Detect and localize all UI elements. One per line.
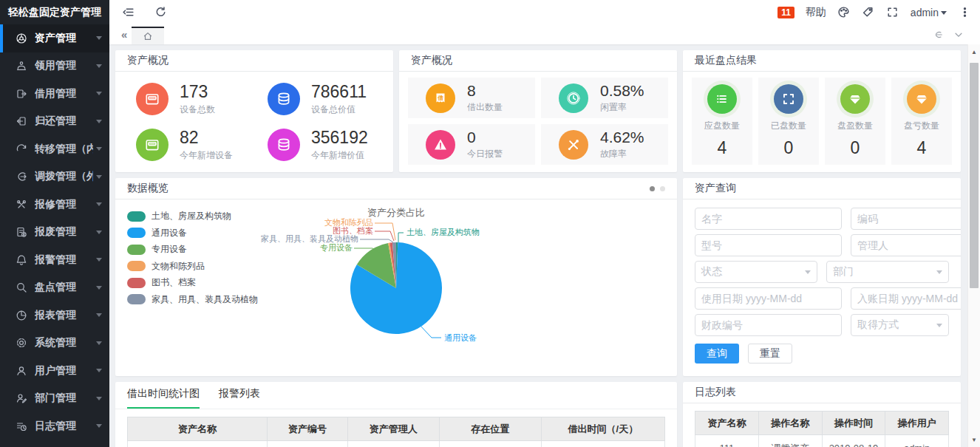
notification-badge: 11 (777, 7, 794, 18)
use-date-field[interactable] (695, 287, 842, 310)
refresh-icon[interactable] (154, 6, 167, 19)
scroll-down-arrow[interactable]: ▼ (968, 434, 980, 445)
table-row: 打印机22 18060397 周樱芳 诉讼服务大厅 2 (128, 441, 665, 447)
repair-tools-icon (559, 130, 588, 160)
chevron-down-icon (936, 270, 942, 274)
legend-swatch (127, 245, 146, 255)
tab-home[interactable] (132, 27, 164, 44)
chevron-down-icon (941, 11, 947, 15)
tab-loan-time-chart[interactable]: 借出时间统计图 (127, 387, 200, 409)
stat-failure-rate: 4.62%故障率 (541, 124, 668, 165)
sidebar-item-allocate[interactable]: 调拨管理（外... (0, 163, 109, 191)
asset-query-form: 状态 部门 取得方式 查询 重置 (683, 199, 961, 376)
card-loan-stats: 借出时间统计图 报警列表 资产名称 资产编号 资产管理人 存在位置 借出时间（/ (115, 382, 677, 447)
sidebar-item-assets[interactable]: 资产管理 (0, 24, 109, 52)
scroll-up-arrow[interactable]: ▲ (968, 47, 980, 57)
scrollbar-thumb[interactable] (970, 63, 979, 288)
chevron-down-icon (96, 424, 102, 428)
chevron-down-icon (96, 202, 102, 206)
chevron-down-icon (96, 313, 102, 317)
stat-new-devices: 82今年新增设备 (123, 122, 254, 168)
user-icon (16, 365, 27, 377)
sidebar-item-department[interactable]: 部门管理 (0, 385, 109, 413)
pie-chart-icon (16, 310, 27, 321)
sidebar-item-scrap[interactable]: 报废管理 (0, 219, 109, 247)
user-menu[interactable]: admin (911, 7, 947, 18)
sidebar-item-repair[interactable]: 报修管理 (0, 191, 109, 219)
sidebar-item-log[interactable]: 日志管理 (0, 412, 109, 440)
page-scrollbar[interactable]: ▲ ▼ (967, 44, 980, 447)
legend-swatch (127, 294, 146, 304)
fullscreen-icon[interactable] (886, 6, 899, 19)
chevron-down-icon (96, 341, 102, 345)
card-title: 资产概况 (411, 54, 452, 67)
sidebar-item-system[interactable]: 系统管理 (0, 330, 109, 358)
svg-text:借: 借 (437, 94, 443, 100)
legend-item[interactable]: 家具、用具、装具及动植物 (127, 293, 300, 306)
card-data-overview: 数据概览 土地、房屋及构筑物 通用设备 专用设备 文物和陈列品 图书、档案 家具… (115, 178, 677, 376)
gem-icon (840, 84, 870, 114)
tag-icon[interactable] (862, 6, 875, 19)
model-field[interactable] (695, 234, 842, 256)
legend-item[interactable]: 图书、档案 (127, 276, 300, 289)
tabs-dropdown-icon[interactable] (953, 30, 964, 40)
sidebar-item-alarm[interactable]: 报警管理 (0, 246, 109, 274)
hand-icon (16, 60, 27, 72)
legend-swatch (127, 228, 146, 238)
main-area: 11 帮助 admin « (109, 0, 980, 447)
svg-text:通用设备: 通用设备 (444, 333, 477, 342)
name-field[interactable] (695, 208, 842, 230)
finance-no-field[interactable] (695, 314, 842, 336)
card-asset-overview-1: 资产概况 173设备总数 786611设备总价值 82今年新增设备 (115, 50, 393, 172)
reset-button[interactable]: 重置 (748, 344, 792, 364)
sidebar-item-receive[interactable]: 领用管理 (0, 52, 109, 81)
sidebar-item-user[interactable]: 用户管理 (0, 357, 109, 385)
top-navbar: 11 帮助 admin (109, 0, 980, 24)
carousel-dot-active[interactable] (650, 186, 655, 191)
legend-swatch (127, 211, 146, 222)
database-icon (268, 83, 300, 115)
legend-item[interactable]: 文物和陈列品 (127, 260, 300, 273)
svg-text:专用设备: 专用设备 (320, 243, 353, 252)
document-x-icon (16, 226, 27, 238)
tabs-scroll-left-icon[interactable]: « (117, 28, 132, 41)
menu-fold-icon[interactable] (121, 6, 135, 19)
search-button[interactable]: 查询 (695, 344, 739, 364)
manager-field[interactable] (851, 234, 961, 256)
sidebar-item-borrow[interactable]: 借用管理 (0, 80, 109, 108)
acquire-way-select[interactable]: 取得方式 (851, 314, 949, 336)
app-root: 轻松盘固定资产管理 资产管理 领用管理 借用管理 归还管理 转移管理（内... … (0, 0, 980, 447)
export-icon (16, 88, 27, 100)
card-title: 资产查询 (695, 182, 736, 195)
sidebar-item-return[interactable]: 归还管理 (0, 108, 109, 136)
help-link[interactable]: 帮助 (806, 6, 826, 19)
sidebar-item-report[interactable]: 报表管理 (0, 301, 109, 330)
chevron-down-icon (96, 175, 102, 179)
legend-item[interactable]: 专用设备 (127, 243, 300, 256)
dashboard-content: 资产概况 173设备总数 786611设备总价值 82今年新增设备 (109, 44, 980, 447)
pie-chart: 资产分类占比 文物和陈列品 图书、档案 家具、用具、装具及动植物 专用设备 (300, 199, 647, 369)
tabs-options-icon[interactable] (933, 30, 943, 40)
magnifier-icon (16, 281, 27, 293)
theme-palette-icon[interactable] (837, 6, 851, 19)
sidebar-item-transfer[interactable]: 转移管理（内... (0, 135, 109, 163)
table-header-row: 资产名称 操作名称 操作时间 操作用户 (695, 412, 949, 435)
more-vertical-icon[interactable] (958, 6, 971, 19)
allocate-icon (16, 171, 27, 182)
chevron-down-icon (96, 147, 102, 151)
department-select[interactable]: 部门 (826, 261, 949, 283)
status-select[interactable]: 状态 (695, 261, 817, 283)
clock-icon (559, 83, 588, 113)
stat-counted: 已盘数量 0 (758, 78, 819, 165)
card-asset-query: 资产查询 状态 部门 (683, 178, 961, 376)
stat-new-value: 356192今年新增价值 (254, 122, 386, 168)
carousel-dot[interactable] (660, 186, 665, 191)
stat-total-value: 786611设备总价值 (254, 76, 386, 122)
card-asset-overview-2: 资产概况 借 8借出数量 0.58%闲置率 0今日报警 (399, 50, 677, 172)
tab-alarm-list[interactable]: 报警列表 (219, 387, 260, 409)
legend-item[interactable]: 土地、房屋及构筑物 (127, 210, 300, 222)
sidebar-item-inventory[interactable]: 盘点管理 (0, 274, 109, 302)
code-field[interactable] (851, 208, 961, 230)
entry-date-field[interactable] (851, 287, 961, 310)
card-title: 数据概览 (127, 182, 169, 195)
